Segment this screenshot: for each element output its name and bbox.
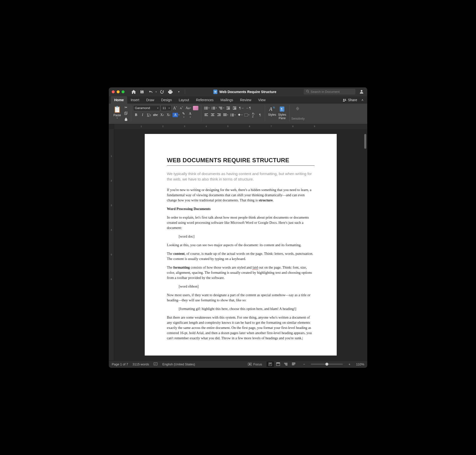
ruler-tick-label: 8 [292, 125, 293, 128]
svg-point-2 [361, 90, 363, 92]
zoom-slider[interactable] [311, 364, 343, 365]
language-status[interactable]: English (United States) [162, 362, 195, 366]
font-name-select[interactable]: Garamond ▾ [133, 105, 160, 111]
redo-button[interactable] [159, 89, 165, 95]
collapse-ribbon-button[interactable]: ʌ [360, 96, 365, 104]
tab-draw[interactable]: Draw [143, 96, 158, 104]
page-info[interactable]: Page 1 of 7 [112, 362, 128, 366]
font-size-value: 11 [162, 106, 166, 110]
tab-design[interactable]: Design [158, 96, 175, 104]
spellcheck-button[interactable] [154, 362, 158, 366]
save-button[interactable] [139, 89, 145, 95]
tab-label: Review [240, 98, 251, 102]
document-page[interactable]: WEB DOCUMENTS REQUIRE STRUCTURE We typic… [145, 134, 337, 356]
horizontal-ruler-wrap: 123456789 [109, 124, 367, 129]
justify-button[interactable] [222, 112, 229, 118]
outline-view-button[interactable] [282, 361, 290, 367]
change-case-button[interactable]: Aa [185, 105, 192, 111]
tab-references[interactable]: References [192, 96, 217, 104]
doc-paragraph: The content, of course, is made up of th… [167, 251, 315, 261]
show-paragraph-marks-button[interactable]: ¶ [257, 112, 263, 118]
scrollbar-thumb[interactable] [364, 134, 366, 149]
svg-rect-15 [213, 108, 215, 108]
svg-point-8 [204, 108, 205, 108]
multilevel-list-button[interactable] [218, 105, 225, 111]
undo-button[interactable] [147, 89, 154, 95]
vertical-ruler[interactable]: 123456 [109, 129, 114, 360]
format-painter-button[interactable] [123, 117, 129, 121]
tab-label: Layout [179, 98, 189, 102]
copy-button[interactable] [123, 111, 129, 115]
print-layout-view-button[interactable] [267, 361, 274, 367]
styles-pane-button[interactable]: ¶ Styles Pane [277, 105, 287, 120]
increase-indent-button[interactable] [232, 105, 238, 111]
tab-home[interactable]: Home [111, 96, 127, 104]
web-layout-view-button[interactable] [274, 361, 282, 367]
align-right-button[interactable] [216, 112, 222, 118]
svg-rect-17 [213, 109, 215, 109]
undo-dropdown-icon[interactable]: ▾ [156, 91, 157, 93]
borders-button[interactable] [244, 112, 250, 118]
font-color-button[interactable]: A [187, 112, 193, 118]
page-viewport[interactable]: WEB DOCUMENTS REQUIRE STRUCTURE We typic… [114, 129, 367, 360]
tab-review[interactable]: Review [237, 96, 255, 104]
svg-point-3 [343, 99, 344, 100]
doc-placeholder: [formatting gif: highlight this here, ch… [167, 306, 315, 311]
zoom-percent[interactable]: 110% [356, 362, 364, 366]
align-center-button[interactable] [210, 112, 216, 118]
word-count[interactable]: 3115 words [133, 362, 149, 366]
zoom-slider-thumb[interactable] [325, 363, 328, 366]
shading-button[interactable] [237, 112, 243, 118]
customize-qat-button[interactable]: ▾ [175, 89, 182, 95]
tab-label: Draw [146, 98, 154, 102]
bullets-button[interactable] [203, 105, 210, 111]
tab-view[interactable]: View [255, 96, 269, 104]
text-effects-button[interactable]: A [172, 112, 180, 118]
account-user-icon[interactable] [359, 89, 364, 94]
align-left-button[interactable] [203, 112, 209, 118]
numbering-button[interactable]: 123 [211, 105, 218, 111]
superscript-button[interactable]: X2 [165, 112, 171, 118]
underline-button[interactable]: U [146, 112, 152, 118]
italic-button[interactable]: I [140, 112, 145, 118]
styles-gallery-button[interactable]: A Styles [267, 105, 277, 117]
decrease-indent-button[interactable] [225, 105, 231, 111]
draft-view-button[interactable] [290, 361, 298, 367]
share-button[interactable]: Share [340, 96, 360, 104]
line-spacing-button[interactable] [229, 112, 236, 118]
close-window-button[interactable] [112, 90, 115, 93]
svg-rect-11 [205, 109, 208, 109]
home-icon[interactable] [130, 89, 137, 95]
cut-button[interactable]: ✂ [123, 105, 129, 110]
increase-font-size-button[interactable]: Aˆ [172, 105, 178, 111]
svg-rect-35 [217, 114, 221, 114]
horizontal-ruler[interactable]: 123456789 [114, 124, 367, 129]
strikethrough-button[interactable]: abc [152, 112, 159, 118]
search-placeholder: Search in Document [311, 90, 340, 94]
clear-formatting-button[interactable] [192, 105, 199, 111]
zoom-out-button[interactable]: − [302, 362, 306, 366]
font-size-select[interactable]: 11 ▾ [161, 105, 172, 111]
bold-button[interactable]: B [133, 112, 139, 118]
svg-rect-9 [205, 108, 208, 108]
paste-button[interactable]: 📋 Paste ▾ [113, 105, 122, 121]
tab-mailings[interactable]: Mailings [217, 96, 237, 104]
minimize-window-button[interactable] [117, 90, 120, 93]
doc-paragraph: In order to explain, let's first talk ab… [167, 215, 315, 230]
print-button[interactable] [167, 89, 174, 95]
sort-button[interactable]: A↓Z [251, 112, 256, 118]
subscript-button[interactable]: X2 [159, 112, 165, 118]
svg-rect-24 [228, 108, 230, 109]
tab-layout[interactable]: Layout [175, 96, 192, 104]
text-direction-ltr-button[interactable]: ¶→ [238, 105, 245, 111]
tab-label: Home [114, 98, 124, 102]
svg-text:A: A [269, 106, 272, 112]
decrease-font-size-button[interactable]: Aˇ [178, 105, 184, 111]
zoom-in-button[interactable]: + [347, 362, 352, 366]
focus-mode-button[interactable]: Focus [248, 362, 262, 366]
text-direction-rtl-button[interactable]: ←¶ [245, 105, 252, 111]
highlight-color-button[interactable]: ✎ [181, 112, 187, 118]
tab-insert[interactable]: Insert [127, 96, 143, 104]
fullscreen-window-button[interactable] [122, 90, 125, 93]
search-input[interactable]: Search in Document [304, 89, 355, 95]
